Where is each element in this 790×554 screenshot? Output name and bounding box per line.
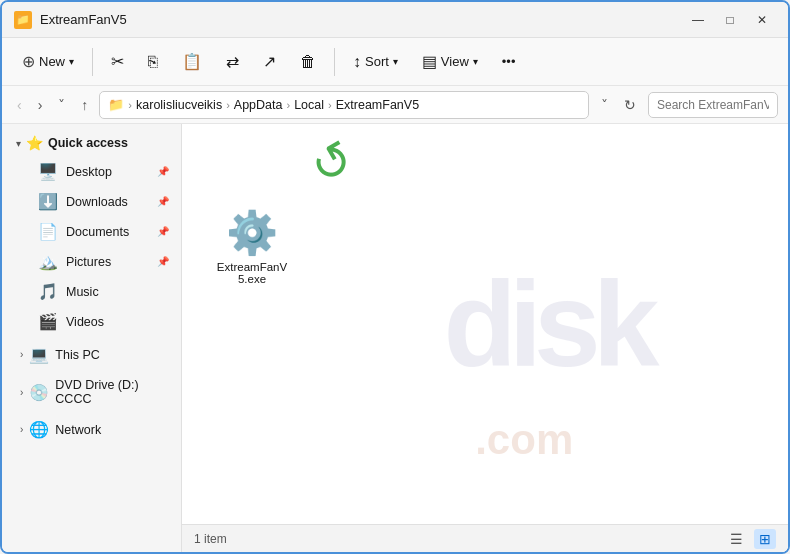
sidebar-item-documents[interactable]: 📄 Documents 📌 <box>6 217 177 246</box>
sidebar: ▾ ⭐ Quick access 🖥️ Desktop 📌 ⬇️ Downloa… <box>2 124 182 552</box>
sidebar-item-downloads-label: Downloads <box>66 195 149 209</box>
sidebar-section-this-pc: › 💻 This PC <box>2 340 181 369</box>
exe-file-icon: ⚙️ <box>216 208 288 257</box>
address-path[interactable]: 📁 › karolisliucveikis › AppData › Local … <box>99 91 589 119</box>
documents-icon: 📄 <box>38 222 58 241</box>
more-icon: ••• <box>502 54 516 69</box>
this-pc-icon: 💻 <box>29 345 49 364</box>
path-part-4: ExtreamFanV5 <box>336 98 419 112</box>
sidebar-item-this-pc-label: This PC <box>55 348 169 362</box>
toolbar-divider-2 <box>334 48 335 76</box>
window-icon: 📁 <box>14 11 32 29</box>
paste-button[interactable]: 📋 <box>172 47 212 76</box>
sidebar-section-network: › 🌐 Network <box>2 415 181 444</box>
path-separator-2: › <box>226 99 230 111</box>
window-controls: — □ ✕ <box>684 10 776 30</box>
up-button[interactable]: ↑ <box>76 94 93 116</box>
path-part-2: AppData <box>234 98 283 112</box>
sidebar-item-dvd-label: DVD Drive (D:) CCCC <box>55 378 169 406</box>
pictures-icon: 🏔️ <box>38 252 58 271</box>
more-button[interactable]: ••• <box>492 49 526 74</box>
file-name-label: ExtreamFanV5.exe <box>216 261 288 285</box>
downloads-pin-icon: 📌 <box>157 196 169 207</box>
path-folder-icon: 📁 <box>108 97 124 112</box>
sidebar-item-dvd[interactable]: › 💿 DVD Drive (D:) CCCC <box>6 373 177 411</box>
status-right: ☰ ⊞ <box>725 529 776 549</box>
sidebar-item-desktop-label: Desktop <box>66 165 149 179</box>
pictures-pin-icon: 📌 <box>157 256 169 267</box>
sidebar-item-documents-label: Documents <box>66 225 149 239</box>
grid-view-button[interactable]: ⊞ <box>754 529 776 549</box>
recent-locations-button[interactable]: ˅ <box>53 94 70 116</box>
dropdown-button[interactable]: ˅ <box>595 94 614 116</box>
address-bar: ‹ › ˅ ↑ 📁 › karolisliucveikis › AppData … <box>2 86 788 124</box>
forward-button[interactable]: › <box>33 94 48 116</box>
paste-icon: 📋 <box>182 52 202 71</box>
sort-icon: ↕ <box>353 53 361 71</box>
explorer-window: 📁 ExtreamFanV5 — □ ✕ ⊕ New ▾ ✂ ⎘ 📋 ⇄ ↗ <box>0 0 790 554</box>
main-area: ▾ ⭐ Quick access 🖥️ Desktop 📌 ⬇️ Downloa… <box>2 124 788 552</box>
window-title: ExtreamFanV5 <box>40 12 127 27</box>
refresh-button[interactable]: ↻ <box>618 94 642 116</box>
path-separator-1: › <box>128 99 132 111</box>
cut-icon: ✂ <box>111 52 124 71</box>
sort-label: Sort <box>365 54 389 69</box>
sidebar-item-music[interactable]: 🎵 Music <box>6 277 177 306</box>
item-count: 1 item <box>194 532 227 546</box>
path-part-1: karolisliucveikis <box>136 98 222 112</box>
sidebar-item-downloads[interactable]: ⬇️ Downloads 📌 <box>6 187 177 216</box>
search-input[interactable] <box>648 92 778 118</box>
cut-button[interactable]: ✂ <box>101 47 134 76</box>
new-chevron-icon: ▾ <box>69 56 74 67</box>
sidebar-item-this-pc[interactable]: › 💻 This PC <box>6 340 177 369</box>
move-icon: ⇄ <box>226 52 239 71</box>
quick-access-label: Quick access <box>48 136 128 150</box>
address-controls: ˅ ↻ <box>595 94 642 116</box>
file-item-extreamfanv5[interactable]: ⚙️ ExtreamFanV5.exe <box>212 204 292 289</box>
dvd-chevron-icon: › <box>20 387 23 398</box>
documents-pin-icon: 📌 <box>157 226 169 237</box>
delete-icon: 🗑 <box>300 53 316 71</box>
sidebar-item-pictures-label: Pictures <box>66 255 149 269</box>
title-bar-left: 📁 ExtreamFanV5 <box>14 11 127 29</box>
quick-access-star-icon: ⭐ <box>26 135 43 151</box>
desktop-icon: 🖥️ <box>38 162 58 181</box>
new-icon: ⊕ <box>22 52 35 71</box>
share-button[interactable]: ↗ <box>253 47 286 76</box>
view-icon: ▤ <box>422 52 437 71</box>
sidebar-item-videos[interactable]: 🎬 Videos <box>6 307 177 336</box>
sidebar-item-network-label: Network <box>55 423 169 437</box>
move-button[interactable]: ⇄ <box>216 47 249 76</box>
back-button[interactable]: ‹ <box>12 94 27 116</box>
path-separator-4: › <box>328 99 332 111</box>
network-chevron-icon: › <box>20 424 23 435</box>
loading-arrow-icon: ↺ <box>301 128 364 196</box>
maximize-button[interactable]: □ <box>716 10 744 30</box>
file-area: disk .com ↺ ⚙️ ExtreamFanV5.exe 1 item ☰… <box>182 124 788 552</box>
new-button[interactable]: ⊕ New ▾ <box>12 47 84 76</box>
view-chevron-icon: ▾ <box>473 56 478 67</box>
close-button[interactable]: ✕ <box>748 10 776 30</box>
path-separator-3: › <box>286 99 290 111</box>
music-icon: 🎵 <box>38 282 58 301</box>
sidebar-item-videos-label: Videos <box>66 315 169 329</box>
watermark-text: disk <box>443 255 651 393</box>
sidebar-item-network[interactable]: › 🌐 Network <box>6 415 177 444</box>
sidebar-item-desktop[interactable]: 🖥️ Desktop 📌 <box>6 157 177 186</box>
sidebar-section-dvd: › 💿 DVD Drive (D:) CCCC <box>2 373 181 411</box>
toolbar-divider-1 <box>92 48 93 76</box>
quick-access-header[interactable]: ▾ ⭐ Quick access <box>6 130 177 156</box>
this-pc-chevron-icon: › <box>20 349 23 360</box>
delete-button[interactable]: 🗑 <box>290 48 326 76</box>
watermark-sub-text: .com <box>475 416 573 464</box>
view-button[interactable]: ▤ View ▾ <box>412 47 488 76</box>
sort-button[interactable]: ↕ Sort ▾ <box>343 48 408 76</box>
copy-button[interactable]: ⎘ <box>138 48 168 76</box>
minimize-button[interactable]: — <box>684 10 712 30</box>
sidebar-item-music-label: Music <box>66 285 169 299</box>
dvd-icon: 💿 <box>29 383 49 402</box>
path-part-3: Local <box>294 98 324 112</box>
quick-access-chevron-icon: ▾ <box>16 138 21 149</box>
list-view-button[interactable]: ☰ <box>725 529 748 549</box>
sidebar-item-pictures[interactable]: 🏔️ Pictures 📌 <box>6 247 177 276</box>
